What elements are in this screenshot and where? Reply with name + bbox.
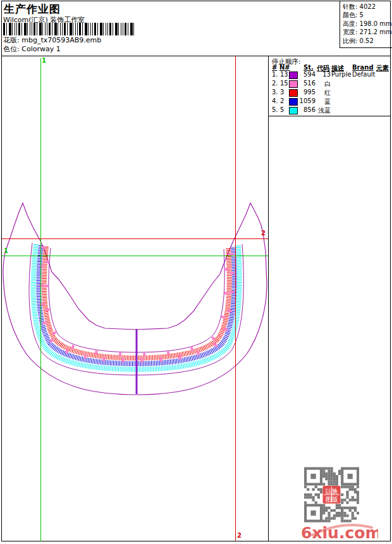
table-row: 4. 2 1059 蓝 [269,97,391,106]
col-brand: Brand [352,64,374,71]
colorway-line: 色位: Colorway 1 [3,44,61,54]
watermark-text: 6xiu.com [301,524,378,542]
qr-center-stamp: 以换 图版 [323,486,341,504]
guide-2-label-bottom: 2 [237,533,242,539]
thread-color-swatch [289,71,298,79]
pattern-label: 花版: [3,36,20,44]
design-width: 宽度: 271.2 mm [343,28,392,36]
table-row: 1. 13 594 13 Purple Default [269,71,391,80]
pattern-value: mbg_tx70593AB9.emb [21,36,101,44]
design-outline [3,203,267,395]
design-scale: 比例: 0.52 [343,37,392,45]
thread-color-swatch [289,98,298,106]
thread-color-swatch [289,80,298,88]
page-title: 生产作业图 [4,2,61,16]
table-row: 2. 15 516 白 [269,80,391,89]
guide-1-label-top: 1 [42,58,46,64]
barcode-icon [3,23,134,35]
design-canvas [0,56,268,542]
color-count: 颜色: 5 [343,11,392,19]
panel-divider [268,56,269,541]
thread-color-swatch [289,89,298,97]
thread-color-swatch [289,107,298,114]
qr-code-icon: 以换 图版 [304,467,359,522]
colorway-value: Colorway 1 [21,45,60,53]
colorway-label: 色位: [3,45,20,53]
table-bottom-rule [269,116,390,116]
pattern-file-line: 花版: mbg_tx70593AB9.emb [3,35,101,45]
col-stitches: St. [303,64,314,71]
guide-2-label-right: 2 [261,230,266,237]
svg-text:图版: 图版 [326,496,338,503]
design-info-box: 针数: 4022 颜色: 5 高度: 198.0 mm 宽度: 271.2 mm… [340,1,392,48]
col-hash: # [272,64,277,71]
stitch-count: 针数: 4022 [343,3,392,11]
svg-text:以换: 以换 [326,488,338,495]
table-row: 5. 5 856 浅蓝 [269,106,391,115]
col-needle: N# [279,64,290,71]
design-height: 高度: 198.0 mm [343,20,392,28]
watermark: 6xiu.com [296,517,378,543]
table-row: 3. 3 995 红 [269,89,391,97]
guide-1-label-left: 1 [4,248,8,254]
